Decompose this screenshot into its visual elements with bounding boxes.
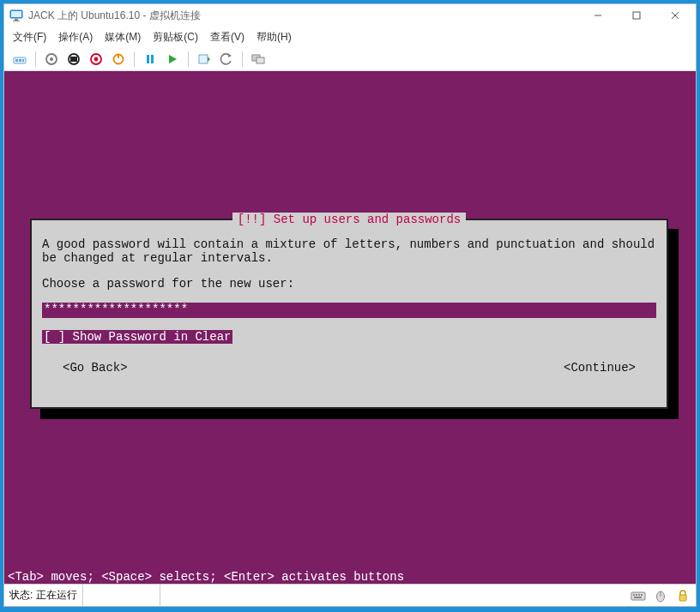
svg-rect-28 (631, 592, 645, 600)
svg-rect-5 (633, 12, 640, 19)
password-dialog: [!!] Set up users and passwords A good p… (30, 219, 668, 409)
minimize-button[interactable] (578, 4, 617, 27)
keyboard-hint: <Tab> moves; <Space> selects; <Enter> ac… (8, 570, 404, 584)
svg-rect-11 (22, 59, 24, 62)
menu-action[interactable]: 操作(A) (58, 30, 93, 45)
reset-icon[interactable] (110, 51, 127, 68)
svg-rect-32 (641, 594, 643, 596)
show-password-checkbox[interactable]: [ ] Show Password in Clear (42, 330, 232, 344)
svg-rect-31 (638, 594, 640, 596)
show-password-label: Show Password in Clear (73, 330, 232, 344)
toolbar-separator (242, 51, 243, 67)
pause-icon[interactable] (142, 51, 159, 68)
svg-rect-33 (634, 597, 642, 598)
svg-marker-25 (228, 54, 232, 57)
dialog-prompt: Choose a password for the new user: (42, 277, 656, 291)
mouse-icon[interactable] (651, 586, 670, 605)
statusbar: 状态: 正在运行 (4, 584, 696, 606)
turnoff-icon[interactable] (65, 51, 82, 68)
svg-rect-21 (151, 55, 154, 63)
lock-icon[interactable] (673, 586, 692, 605)
maximize-button[interactable] (617, 4, 655, 27)
play-icon[interactable] (164, 51, 181, 68)
toolbar-separator (134, 51, 135, 67)
svg-rect-23 (199, 55, 208, 63)
menu-media[interactable]: 媒体(M) (105, 30, 141, 45)
titlebar: JACK 上的 Ubuntu16.10 - 虚拟机连接 (4, 4, 696, 27)
start-icon[interactable] (43, 51, 60, 68)
svg-rect-15 (70, 57, 77, 62)
go-back-button[interactable]: <Go Back> (63, 361, 128, 375)
checkbox-brackets: [ ] (44, 330, 73, 344)
menu-clip[interactable]: 剪贴板(C) (153, 30, 198, 45)
svg-rect-29 (633, 594, 635, 596)
dialog-message: A good password will contain a mixture o… (42, 237, 656, 265)
monitor-icon (9, 9, 23, 22)
menu-file[interactable]: 文件(F) (13, 30, 46, 45)
svg-rect-1 (11, 11, 21, 17)
svg-rect-20 (147, 55, 149, 63)
toolbar-separator (188, 51, 189, 67)
svg-rect-9 (15, 59, 18, 62)
svg-marker-24 (208, 57, 210, 62)
menu-help[interactable]: 帮助(H) (256, 30, 292, 45)
status-label: 状态: 正在运行 (4, 585, 83, 606)
vm-window: JACK 上的 Ubuntu16.10 - 虚拟机连接 文件(F) 操作(A) … (3, 3, 697, 607)
password-input[interactable]: ******************** ___________________… (42, 303, 656, 318)
password-fill: ________________________________________… (190, 303, 656, 318)
svg-rect-36 (679, 595, 686, 601)
enhanced-session-icon[interactable] (250, 51, 267, 68)
svg-rect-10 (19, 59, 21, 62)
svg-marker-22 (169, 55, 177, 63)
installer-screen: [!!] Set up users and passwords A good p… (4, 71, 696, 584)
ctrl-alt-del-icon[interactable] (11, 51, 28, 68)
window-title: JACK 上的 Ubuntu16.10 - 虚拟机连接 (28, 9, 578, 23)
svg-rect-27 (256, 57, 264, 63)
close-button[interactable] (655, 4, 694, 27)
menu-view[interactable]: 查看(V) (210, 30, 244, 45)
password-masked: ******************** (42, 303, 190, 318)
continue-button[interactable]: <Continue> (564, 361, 636, 375)
shutdown-icon[interactable] (88, 51, 105, 68)
status-spacer (83, 585, 160, 606)
svg-rect-3 (13, 21, 20, 21)
revert-icon[interactable] (218, 51, 235, 68)
menubar: 文件(F) 操作(A) 媒体(M) 剪贴板(C) 查看(V) 帮助(H) (4, 27, 696, 47)
vm-display[interactable]: [!!] Set up users and passwords A good p… (4, 71, 696, 584)
dialog-title: [!!] Set up users and passwords (232, 213, 466, 226)
toolbar-separator (35, 51, 36, 67)
keyboard-icon[interactable] (629, 586, 648, 605)
svg-rect-30 (636, 594, 637, 596)
dialog-nav: <Go Back> <Continue> (42, 361, 656, 375)
toolbar (4, 47, 696, 71)
checkpoint-icon[interactable] (196, 51, 213, 68)
svg-point-13 (50, 57, 53, 61)
svg-point-17 (94, 57, 99, 61)
window-buttons (578, 4, 694, 27)
svg-rect-2 (15, 19, 18, 21)
